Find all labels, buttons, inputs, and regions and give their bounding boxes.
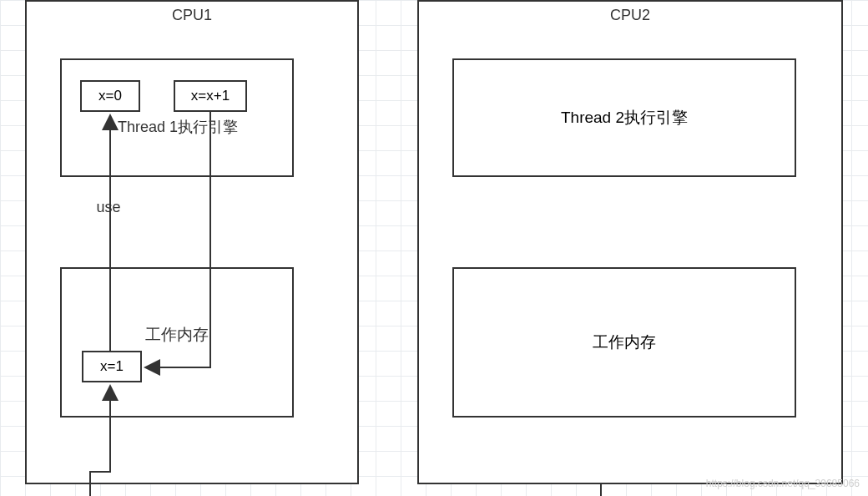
cpu1-op1-text: x=0 (98, 88, 122, 104)
cpu2-memory-box: 工作内存 (452, 267, 796, 418)
use-label: use (83, 199, 134, 216)
cpu1-title: CPU1 (25, 7, 359, 24)
cpu1-memory-cell: x=1 (82, 351, 142, 382)
cpu1-op2-box: x=x+1 (174, 80, 247, 112)
diagram-canvas: CPU1 Thread 1执行引擎 x=0 x=x+1 use 工作内存 x=1… (0, 0, 868, 496)
cpu2-thread-label: Thread 2执行引擎 (561, 107, 688, 129)
cpu2-thread-box: Thread 2执行引擎 (452, 58, 796, 177)
cpu2-memory-label: 工作内存 (593, 332, 656, 353)
cpu1-memory-label: 工作内存 (60, 324, 294, 346)
cpu1-op1-box: x=0 (80, 80, 140, 112)
cpu2-title: CPU2 (417, 7, 843, 24)
cpu1-thread-label: Thread 1执行引擎 (90, 117, 265, 137)
cpu1-op2-text: x=x+1 (191, 88, 230, 104)
cpu1-memory-cell-text: x=1 (100, 358, 124, 375)
watermark: https://blog.csdn.net/qq_39685066 (706, 478, 860, 489)
